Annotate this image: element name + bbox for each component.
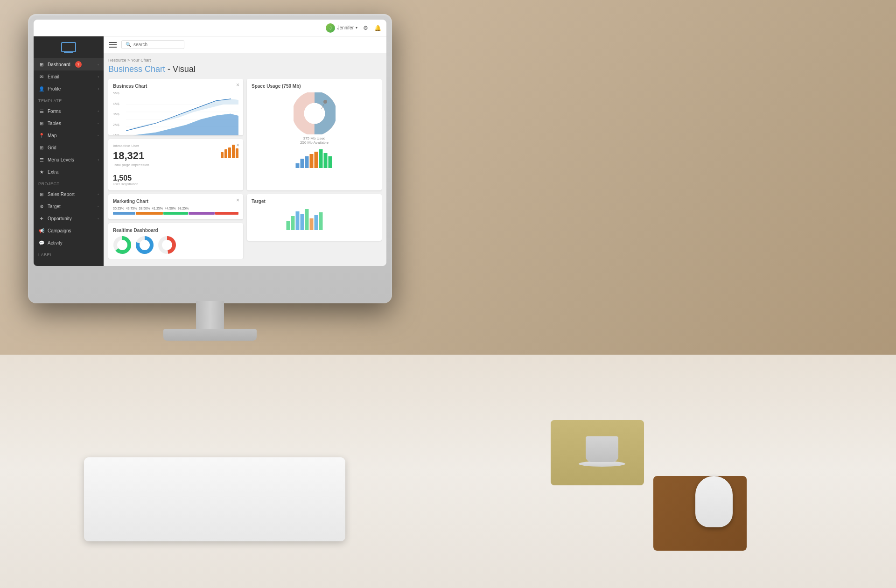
realtime-card: Realtime Dashboard [108,223,243,259]
space-bars-container [252,149,377,170]
hamburger-button[interactable] [109,42,117,48]
notification-icon[interactable]: 🔔 [373,24,382,32]
sidebar-logo [34,36,104,58]
opportunity-icon: ✈ [38,215,45,222]
dashboard-grid: Business Chart × 5M$ 4M$ 3M$ 2M$ 1M$ [108,79,382,259]
chevron-icon: ‹ [98,158,99,162]
marketing-chart-card: × Marketing Chart 35.25% 43.75% 38.50% 4… [108,194,243,219]
y-axis-labels: 5M$ 4M$ 3M$ 2M$ 1M$ 0M$ [113,91,124,135]
chart-plot [126,91,238,135]
svg-rect-16 [319,149,323,168]
percent-labels: 35.25% 43.75% 38.50% 41.25% 44.50% 98.25… [113,207,238,210]
close-button-interactive[interactable]: × [236,142,239,148]
space-usage-title: Space Usage (750 Mb) [252,84,377,89]
space-mini-chart [254,149,375,168]
search-input[interactable] [133,42,180,47]
y-label: 4M$ [113,102,124,105]
user-count-big: 18,321 [113,150,149,162]
mouse [695,476,733,527]
user-count-sub: Total page impression [113,163,149,167]
sidebar-item-opportunity[interactable]: ✈ Opportunity ‹ [34,212,104,224]
coffee-cup [586,436,625,467]
marketing-chart-title: Marketing Chart [113,199,238,204]
realtime-donut-3 [158,236,176,254]
dashboard-icon: ⊞ [38,61,45,68]
close-button[interactable]: × [236,82,239,88]
pct-6: 98.25% [178,207,189,210]
pct-5: 44.50% [165,207,176,210]
avatar: J [326,23,335,33]
sidebar-item-target[interactable]: ⚙ Target ‹ [34,200,104,212]
top-bar: J Jennifer ▾ ⚙ 🔔 [34,20,386,36]
marketing-bar-row [113,212,238,215]
chevron-icon: ‹ [98,192,99,196]
svg-rect-23 [305,209,309,230]
sidebar-label-grid: Grid [48,145,56,150]
target-icon: ⚙ [38,203,45,210]
search-box[interactable]: 🔍 [121,40,184,49]
svg-rect-25 [315,215,318,230]
sidebar-item-campaigns[interactable]: 📢 Campaigns [34,224,104,237]
toolbar: 🔍 [104,36,386,53]
email-icon: ✉ [38,73,45,80]
sales-icon: ⊞ [38,191,45,197]
svg-rect-15 [315,152,318,168]
sidebar-item-email[interactable]: ✉ Email ‹ [34,70,104,83]
profile-icon: 👤 [38,85,45,92]
sidebar-item-activity[interactable]: 💬 Activity [34,237,104,249]
svg-rect-14 [310,154,314,168]
svg-rect-12 [301,159,304,168]
chevron-icon: ‹ [98,133,99,138]
space-chart-container [252,92,377,134]
screen: J Jennifer ▾ ⚙ 🔔 ⊞ Dashboard [34,20,386,266]
chart-area: 5M$ 4M$ 3M$ 2M$ 1M$ 0M$ [113,91,238,135]
svg-rect-22 [301,214,304,230]
realtime-title: Realtime Dashboard [113,228,238,233]
svg-rect-20 [291,216,295,230]
svg-rect-18 [329,156,332,168]
sidebar-item-dashboard[interactable]: ⊞ Dashboard 7 ‹ [34,58,104,70]
chevron-icon: ‹ [98,204,99,209]
svg-rect-21 [296,211,300,230]
sidebar-item-grid[interactable]: ⊞ Grid [34,141,104,154]
content-area: 🔍 Resource > Your Chart Business Chart -… [104,36,386,266]
interactive-user-title: Interactive User [113,144,149,148]
chevron-down-icon: ▾ [356,26,357,30]
settings-icon[interactable]: ⚙ [361,24,370,32]
svg-marker-6 [126,114,238,135]
space-usage-card: Space Usage (750 Mb) [247,79,382,190]
business-chart-title: Business Chart [113,84,238,89]
sidebar-label-target: Target [48,204,61,209]
sidebar-item-forms[interactable]: ☰ Forms ‹ [34,105,104,117]
sidebar-item-tables[interactable]: ⊞ Tables ‹ [34,117,104,129]
chevron-icon: ‹ [98,217,99,221]
space-available-label: 250 Mb Available [252,140,377,145]
sidebar-label-sales: Sales Report [48,192,75,197]
user-badge[interactable]: J Jennifer ▾ [326,23,357,33]
project-section-label: Project [34,178,104,188]
user-name: Jennifer [337,25,354,30]
interactive-user-content: Interactive User 18,321 Total page impre… [113,144,238,167]
chevron-icon: ‹ [98,87,99,91]
target-chart [252,207,377,230]
sidebar-item-map[interactable]: 📍 Map ‹ [34,129,104,141]
keyboard [84,457,345,541]
grid-icon: ⊞ [38,144,45,151]
sidebar-item-sales-report[interactable]: ⊞ Sales Report ‹ [34,188,104,200]
close-button-marketing[interactable]: × [236,197,239,203]
pct-4: 41.25% [152,207,163,210]
monitor-stand-base [163,329,257,341]
sidebar-label-dashboard: Dashboard [48,62,70,67]
y-label: 2M$ [113,123,124,126]
pct-3: 38.50% [139,207,150,210]
y-label: 3M$ [113,112,124,116]
sidebar: ⊞ Dashboard 7 ‹ ✉ Email ‹ 👤 Profile ‹ [34,36,104,266]
sidebar-item-profile[interactable]: 👤 Profile ‹ [34,83,104,95]
target-title: Target [252,199,377,204]
user-reg-count: 1,505 [113,174,238,182]
sidebar-item-menu-levels[interactable]: ☰ Menu Levels ‹ [34,154,104,166]
sidebar-item-extra[interactable]: ★ Extra [34,166,104,178]
business-chart-svg [126,91,238,135]
sidebar-label-opportunity: Opportunity [48,216,72,221]
tables-icon: ⊞ [38,120,45,126]
